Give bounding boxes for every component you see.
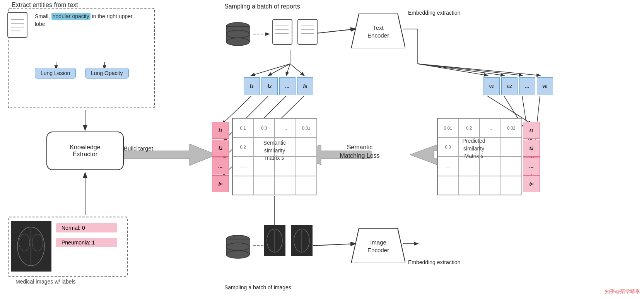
mc-01: 0.3 (254, 118, 275, 138)
v-vectors: v1 v2 ... vn (483, 77, 553, 95)
pm-13 (501, 138, 522, 157)
svg-line-10 (418, 64, 504, 75)
svg-text:Text: Text (373, 24, 384, 31)
mc-03: 0.01 (296, 118, 317, 138)
entity-btn-lung-lesion: Lung Lesion (35, 68, 76, 79)
svg-marker-23 (410, 145, 437, 165)
tn-cell: tn (523, 175, 540, 192)
l-vectors: l1 l2 ... ln (244, 77, 313, 95)
entity-btn-lung-opacity: Lung Opacity (85, 68, 129, 79)
pm-23 (501, 157, 522, 176)
pm-33 (501, 176, 522, 195)
v1-cell: v1 (483, 77, 500, 95)
text-encoder-shape: Text Encoder (351, 14, 405, 48)
svg-point-45 (226, 30, 249, 38)
embedding-label-top: Embedding extraction (408, 10, 460, 16)
svg-point-60 (226, 243, 249, 251)
pm-00: 0.01 (437, 118, 459, 138)
watermark: 知乎@菊学晴季 (605, 288, 640, 295)
svg-point-59 (226, 251, 249, 258)
mc-02: ... (275, 118, 296, 138)
med-caption: Medical images w/ labels (15, 278, 76, 285)
doc-icon-left (7, 12, 30, 39)
vdots-cell: ... (519, 77, 535, 95)
v2-cell: v2 (501, 77, 518, 95)
svg-text:Encoder: Encoder (367, 32, 389, 39)
svg-line-16 (286, 64, 290, 75)
predicted-matrix-label: PredictedsimilarityMatrix ŝ (447, 137, 501, 160)
sampling-images-title: Sampling a batch of images (224, 284, 291, 290)
sampling-reports-title: Sampling a batch of reports (224, 3, 300, 10)
svg-line-15 (268, 64, 290, 75)
svg-marker-54 (351, 14, 405, 48)
svg-line-17 (290, 64, 304, 75)
extract-title: Extract entities from text (12, 2, 78, 9)
med-label-normal: Normal: 0 (56, 223, 117, 232)
semantic-matrix-label: Semanticsimilaritymatrix s (248, 139, 302, 162)
xray-image (11, 221, 51, 272)
row-ldots: ... (212, 157, 229, 174)
image-encoder-shape: Image Encoder (351, 228, 405, 263)
mc-33 (296, 176, 317, 195)
pm-03: 0.02 (501, 118, 522, 138)
svg-line-9 (418, 64, 487, 75)
vn-cell: vn (537, 77, 553, 95)
knowledge-extractor-label: Knowledge Extractor (70, 144, 100, 158)
svg-rect-50 (298, 19, 317, 44)
t1-cell: t1 (523, 122, 540, 139)
pm-02: ... (480, 118, 501, 138)
t-col-labels: t1 t2 ... tn (523, 122, 540, 192)
knowledge-extractor-box: Knowledge Extractor (46, 132, 124, 170)
t2-cell: t2 (523, 140, 540, 157)
svg-line-12 (418, 64, 540, 75)
row-l2: l2 (212, 140, 229, 157)
embedding-label-bottom: Embedding extraction (408, 259, 460, 265)
med-label-pneumonia: Pneumonia: 1 (56, 238, 117, 247)
pm-32 (480, 176, 501, 195)
pm-30 (437, 176, 459, 195)
svg-line-30 (313, 244, 355, 246)
svg-text:Encoder: Encoder (367, 247, 389, 253)
highlight-nodular: nodular opacity (51, 13, 91, 20)
semantic-matching-loss-label: SemanticMatching Loss (325, 143, 395, 161)
doc-pair-reports (271, 17, 321, 54)
ldots-cell: ... (279, 77, 296, 95)
diagram: Extract entities from text Small, nodula… (0, 0, 644, 299)
svg-point-44 (226, 38, 249, 46)
db-icon-bottom (224, 232, 251, 263)
svg-rect-46 (273, 19, 292, 44)
pm-31 (459, 176, 480, 195)
db-icon-top (224, 19, 251, 50)
l2-cell: l2 (261, 77, 278, 95)
svg-line-11 (418, 64, 522, 75)
build-target-label: Build target (124, 145, 153, 152)
row-l1: l1 (212, 122, 229, 139)
ln-cell: ln (297, 77, 313, 95)
svg-text:Image: Image (370, 239, 386, 246)
tdots-cell: ... (523, 157, 540, 174)
l1-cell: l1 (244, 77, 260, 95)
mc-32 (275, 176, 296, 195)
text-sample: Small, nodular opacity in the right uppe… (35, 12, 143, 28)
mc-00: 0.1 (232, 118, 254, 138)
matrix-row-labels: l1 l2 ... ln (212, 122, 229, 192)
row-ln: ln (212, 175, 229, 192)
svg-rect-32 (8, 12, 27, 38)
mc-30 (232, 176, 254, 195)
mc-31 (254, 176, 275, 195)
pm-01: 0.2 (459, 118, 480, 138)
svg-marker-67 (351, 228, 405, 263)
xray-pair-bottom (263, 224, 313, 261)
svg-line-14 (251, 64, 290, 75)
